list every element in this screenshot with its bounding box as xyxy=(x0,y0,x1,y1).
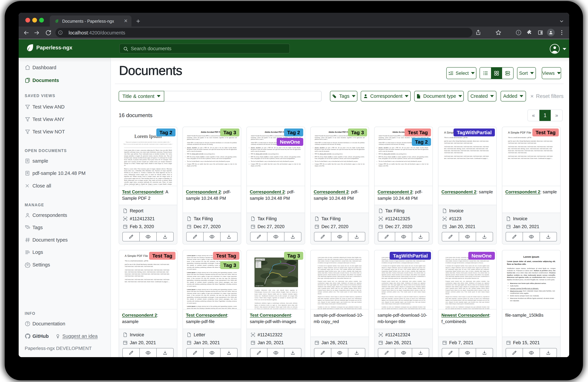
svg-text:Boundary Waters Trip: Boundary Waters Trip xyxy=(256,259,267,260)
svg-text:Day 4: Day 4 xyxy=(256,266,258,267)
svg-text:Google Earth: Google Earth xyxy=(255,285,263,286)
svg-text:Day 1: Day 1 xyxy=(256,263,258,264)
svg-text:Day 3: Day 3 xyxy=(256,265,258,266)
svg-text:Day 2: Day 2 xyxy=(256,264,258,265)
svg-text:Legend: Legend xyxy=(256,262,259,263)
